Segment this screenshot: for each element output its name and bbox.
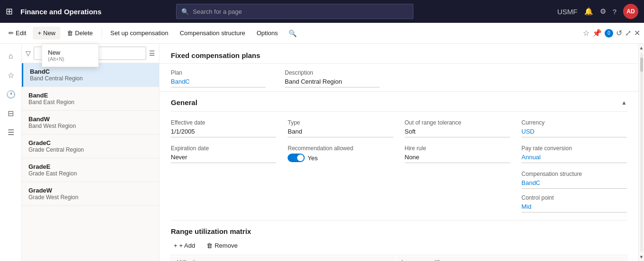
item-name: BandE xyxy=(28,92,152,99)
compensation-structure-button[interactable]: Compensation structure xyxy=(175,27,250,39)
item-desc: Band East Region xyxy=(28,99,152,106)
general-fields-grid: Effective date 1/1/2005 Type Band Out of… xyxy=(171,112,627,220)
edit-button[interactable]: ✏ Edit xyxy=(4,27,31,39)
range-header: Range utilization matrix xyxy=(171,220,627,240)
list-item[interactable]: GradeE Grade East Region xyxy=(22,158,159,182)
right-scrollbar: ▲ ▼ xyxy=(638,44,644,261)
recent-icon[interactable]: 🕐 xyxy=(2,86,19,103)
currency-col: Currency USD xyxy=(522,119,627,137)
scroll-up-arrow[interactable]: ▲ xyxy=(638,44,644,52)
item-name: BandC xyxy=(30,68,152,75)
filter-icon[interactable]: ▽ xyxy=(26,49,31,57)
settings-icon[interactable]: ⚙ xyxy=(600,7,606,16)
range-table: Utilization perc... Increase modifi... xyxy=(171,255,627,261)
pin-icon[interactable]: 📌 xyxy=(592,29,602,38)
options-button[interactable]: Options xyxy=(252,27,283,39)
app-title: Finance and Operations xyxy=(20,8,102,16)
plan-field: Plan BandC xyxy=(171,69,266,87)
comp-structure-value[interactable]: BandC xyxy=(522,179,627,189)
general-section: General ▲ Effective date 1/1/2005 Type B… xyxy=(159,92,638,220)
item-desc: Grade West Region xyxy=(28,194,152,201)
user-avatar[interactable]: AD xyxy=(623,4,638,19)
command-bar: ✏ Edit + New 🗑 Delete Set up compensatio… xyxy=(0,23,644,44)
list-panel: ▽ ☰ BandC Band Central Region BandE Band… xyxy=(22,44,159,261)
type-value[interactable]: Band xyxy=(288,128,393,137)
range-toolbar: + + Add 🗑 Remove xyxy=(171,240,627,251)
comp-structure-group: Compensation structure BandC Control poi… xyxy=(522,171,627,213)
effective-date-value[interactable]: 1/1/2005 xyxy=(171,128,276,137)
item-desc: Grade East Region xyxy=(28,170,152,177)
add-button[interactable]: + + Add xyxy=(171,240,198,251)
item-name: BandW xyxy=(28,116,152,123)
list-item[interactable]: BandW Band West Region xyxy=(22,111,159,135)
recommendation-col: Recommendation allowed Yes xyxy=(288,145,393,163)
home-icon[interactable]: ⌂ xyxy=(2,48,19,65)
setup-compensation-button[interactable]: Set up compensation xyxy=(106,27,173,39)
user-org-label: USMF xyxy=(557,8,578,16)
pay-rate-value[interactable]: Annual xyxy=(522,154,627,163)
toggle-switch[interactable] xyxy=(288,154,305,162)
hire-rule-col: Hire rule None xyxy=(405,145,510,163)
scroll-down-arrow[interactable]: ▼ xyxy=(638,253,644,261)
general-header: General ▲ xyxy=(171,92,627,112)
list-item[interactable]: GradeC Grade Central Region xyxy=(22,135,159,158)
col-increase: Increase modifi... xyxy=(397,256,625,261)
expiration-date-col: Expiration date Never xyxy=(171,145,276,163)
list-item[interactable]: GradeW Grade West Region xyxy=(22,182,159,206)
out-of-range-col: Out of range tolerance Soft xyxy=(405,119,510,137)
item-desc: Band Central Region xyxy=(30,75,152,82)
general-collapse-icon[interactable]: ▲ xyxy=(621,99,627,106)
star-icon[interactable]: ☆ xyxy=(2,67,19,84)
top-nav: ⊞ Finance and Operations 🔍 Search for a … xyxy=(0,0,644,23)
col-utilization: Utilization perc... xyxy=(172,256,396,261)
remove-icon: 🗑 xyxy=(206,242,213,249)
currency-value[interactable]: USD xyxy=(522,128,627,137)
type-col: Type Band xyxy=(288,119,393,137)
list-view-icon[interactable]: ☰ xyxy=(149,49,155,57)
search-cmd-icon[interactable]: 🔍 xyxy=(289,29,297,37)
expiration-date-value[interactable]: Never xyxy=(171,154,276,163)
new-dropdown-item[interactable]: New (Alt+N) xyxy=(42,46,98,65)
workspace-icon[interactable]: ⊟ xyxy=(2,105,19,122)
empty-col-2 xyxy=(288,171,393,213)
recommendation-toggle[interactable]: Yes xyxy=(288,154,393,162)
list-items: BandC Band Central Region BandE Band Eas… xyxy=(22,63,159,261)
cmd-separator-1 xyxy=(102,28,102,39)
item-desc: Grade Central Region xyxy=(28,146,152,153)
delete-button[interactable]: 🗑 Delete xyxy=(62,27,98,39)
out-of-range-value[interactable]: Soft xyxy=(405,128,510,137)
delete-icon: 🗑 xyxy=(67,29,73,37)
close-icon[interactable]: ✕ xyxy=(634,29,640,38)
new-button[interactable]: + New xyxy=(33,27,60,39)
top-nav-right: USMF 🔔 ⚙ ? AD xyxy=(557,4,638,19)
plan-value[interactable]: BandC xyxy=(171,78,266,87)
notification-count: 0 xyxy=(605,29,613,38)
favorite-icon[interactable]: ☆ xyxy=(583,29,589,38)
empty-col-3 xyxy=(405,171,510,213)
notification-icon[interactable]: 🔔 xyxy=(584,7,593,16)
new-dropdown: New (Alt+N) xyxy=(42,44,99,67)
sidebar-icons: ⌂ ☆ 🕐 ⊟ ☰ xyxy=(0,44,22,261)
new-icon: + xyxy=(37,29,41,37)
list-icon[interactable]: ☰ xyxy=(2,124,19,141)
search-bar[interactable]: 🔍 Search for a page xyxy=(176,4,413,19)
description-value: Band Central Region xyxy=(285,78,380,87)
plan-desc-row: Plan BandC Description Band Central Regi… xyxy=(159,64,638,92)
item-name: GradeW xyxy=(28,187,152,194)
control-point-value[interactable]: Mid xyxy=(522,203,627,213)
edit-icon: ✏ xyxy=(9,29,14,37)
pay-rate-col: Pay rate conversion Annual xyxy=(522,145,627,163)
remove-button[interactable]: 🗑 Remove xyxy=(204,240,240,251)
effective-date-col: Effective date 1/1/2005 xyxy=(171,119,276,137)
refresh-icon[interactable]: ↺ xyxy=(616,29,622,38)
list-item[interactable]: BandE Band East Region xyxy=(22,87,159,111)
app-grid-icon[interactable]: ⊞ xyxy=(6,6,13,17)
description-field: Description Band Central Region xyxy=(285,69,380,87)
search-placeholder: Search for a page xyxy=(193,8,242,15)
help-icon[interactable]: ? xyxy=(613,8,616,16)
hire-rule-value[interactable]: None xyxy=(405,154,510,163)
item-desc: Band West Region xyxy=(28,123,152,129)
scrollbar-track[interactable] xyxy=(640,53,643,252)
search-icon: 🔍 xyxy=(181,8,189,15)
maximize-icon[interactable]: ⤢ xyxy=(625,29,631,38)
